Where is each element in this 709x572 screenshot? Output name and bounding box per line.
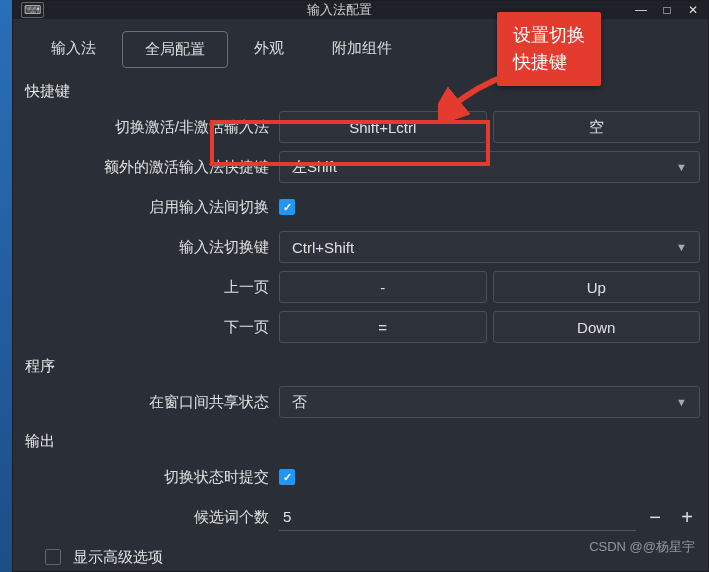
dropdown-extra-hotkey[interactable]: 左Shift ▼ xyxy=(279,151,700,183)
dropdown-switch-key-value: Ctrl+Shift xyxy=(292,239,354,256)
dropdown-share-state-value: 否 xyxy=(292,393,307,412)
spinner-minus-button[interactable]: − xyxy=(642,504,668,530)
checkbox-show-advanced[interactable] xyxy=(45,549,61,565)
hotkey-toggle-activate-1[interactable]: Shift+Lctrl xyxy=(279,111,487,143)
hotkey-next-page-2[interactable]: Down xyxy=(493,311,701,343)
chevron-down-icon: ▼ xyxy=(676,241,687,253)
label-candidate-count: 候选词个数 xyxy=(21,508,273,527)
chevron-down-icon: ▼ xyxy=(676,396,687,408)
content-area: 快捷键 切换激活/非激活输入法 Shift+Lctrl 空 额外的激活输入法快捷… xyxy=(13,76,708,572)
close-button[interactable]: ✕ xyxy=(686,3,700,17)
checkbox-enable-switch[interactable]: ✓ xyxy=(279,199,295,215)
hotkey-toggle-activate-2[interactable]: 空 xyxy=(493,111,701,143)
callout-line1: 设置切换 xyxy=(513,22,585,49)
maximize-button[interactable]: □ xyxy=(660,3,674,17)
tab-addons[interactable]: 附加组件 xyxy=(310,31,414,68)
tab-appearance[interactable]: 外观 xyxy=(232,31,306,68)
section-program: 程序 xyxy=(21,351,700,386)
candidate-count-field[interactable]: 5 xyxy=(279,503,636,531)
dropdown-extra-hotkey-value: 左Shift xyxy=(292,158,337,177)
hotkey-prev-page-1[interactable]: - xyxy=(279,271,487,303)
config-window: ⌨ 输入法配置 — □ ✕ 输入法 全局配置 外观 附加组件 快捷键 切换激活/… xyxy=(12,0,709,572)
label-next-page: 下一页 xyxy=(21,318,273,337)
dropdown-switch-key[interactable]: Ctrl+Shift ▼ xyxy=(279,231,700,263)
dropdown-share-state[interactable]: 否 ▼ xyxy=(279,386,700,418)
section-output: 输出 xyxy=(21,426,700,461)
annotation-callout: 设置切换 快捷键 xyxy=(497,12,601,86)
callout-line2: 快捷键 xyxy=(513,49,585,76)
tab-bar: 输入法 全局配置 外观 附加组件 xyxy=(13,19,708,76)
label-switch-key: 输入法切换键 xyxy=(21,238,273,257)
tab-global-config[interactable]: 全局配置 xyxy=(122,31,228,68)
spinner-plus-button[interactable]: + xyxy=(674,504,700,530)
hotkey-prev-page-2[interactable]: Up xyxy=(493,271,701,303)
label-prev-page: 上一页 xyxy=(21,278,273,297)
hotkey-next-page-1[interactable]: = xyxy=(279,311,487,343)
label-enable-switch: 启用输入法间切换 xyxy=(21,198,273,217)
titlebar: ⌨ 输入法配置 — □ ✕ xyxy=(13,1,708,19)
label-extra-hotkey: 额外的激活输入法快捷键 xyxy=(21,158,273,177)
chevron-down-icon: ▼ xyxy=(676,161,687,173)
tab-input-method[interactable]: 输入法 xyxy=(29,31,118,68)
app-icon: ⌨ xyxy=(21,2,44,18)
candidate-count-value: 5 xyxy=(283,508,291,525)
checkbox-commit-on-switch[interactable]: ✓ xyxy=(279,469,295,485)
watermark: CSDN @@杨星宇 xyxy=(589,538,695,556)
label-share-state: 在窗口间共享状态 xyxy=(21,393,273,412)
minimize-button[interactable]: — xyxy=(634,3,648,17)
label-commit-on-switch: 切换状态时提交 xyxy=(21,468,273,487)
label-toggle-activate: 切换激活/非激活输入法 xyxy=(21,118,273,137)
label-show-advanced: 显示高级选项 xyxy=(73,548,163,567)
